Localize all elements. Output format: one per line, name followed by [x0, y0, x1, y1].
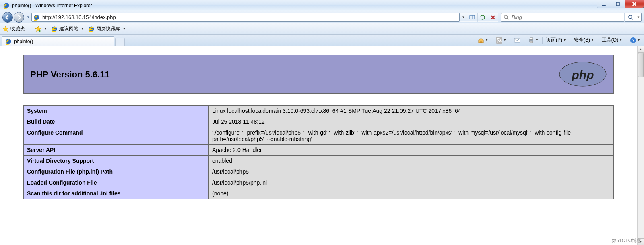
table-row: Scan this dir for additional .ini files(…: [24, 188, 614, 199]
svg-rect-13: [514, 38, 520, 42]
config-key: Build Date: [24, 116, 209, 127]
svg-rect-1: [602, 5, 606, 6]
new-tab-button[interactable]: [115, 38, 125, 46]
print-button[interactable]: ▼: [527, 36, 540, 44]
link-web-slice[interactable]: 网页快讯库 ▼: [87, 25, 128, 33]
link-label: 建议网站: [59, 25, 78, 32]
watermark: @51CTO博客: [611, 237, 642, 244]
svg-text:?: ?: [632, 38, 634, 43]
help-button[interactable]: ?▼: [629, 36, 642, 44]
refresh-button[interactable]: [477, 13, 488, 22]
favorites-star-icon[interactable]: [2, 26, 9, 32]
home-icon: [478, 37, 484, 44]
svg-text:php: php: [572, 68, 594, 81]
back-button[interactable]: [2, 12, 13, 23]
help-icon: ?: [630, 37, 636, 44]
table-row: Build DateJul 25 2018 11:48:12: [24, 116, 614, 127]
window-titlebar: phpinfo() - Windows Internet Explorer: [0, 0, 644, 11]
config-value: Jul 25 2018 11:48:12: [209, 116, 614, 127]
table-row: Configure Command'./configure' '--prefix…: [24, 127, 614, 145]
star-add-icon: [35, 26, 41, 32]
tools-menu[interactable]: 工具(O) ▼: [601, 36, 623, 44]
compat-view-button[interactable]: [467, 13, 477, 22]
config-value: enabled: [209, 156, 614, 166]
separator: [31, 25, 31, 33]
search-box[interactable]: ▼: [501, 13, 642, 22]
ie-icon: [3, 2, 10, 9]
config-key: Virtual Directory Support: [24, 156, 209, 166]
config-key: System: [24, 106, 209, 116]
tab-title: phpinfo(): [14, 39, 33, 44]
table-row: SystemLinux localhost.localdomain 3.10.0…: [24, 106, 614, 116]
rss-icon: [496, 37, 502, 44]
search-provider-dropdown[interactable]: ▼: [636, 15, 641, 19]
favorites-label[interactable]: 收藏夹: [10, 25, 25, 32]
close-button[interactable]: [625, 0, 644, 8]
table-row: Loaded Configuration File/usr/local/php5…: [24, 177, 614, 188]
config-key: Loaded Configuration File: [24, 177, 209, 188]
search-input[interactable]: [511, 14, 624, 21]
config-value: './configure' '--prefix=/usr/local/php5'…: [209, 127, 614, 145]
config-key: Scan this dir for additional .ini files: [24, 188, 209, 199]
home-button[interactable]: ▼: [477, 36, 489, 44]
php-version-title: PHP Version 5.6.11: [30, 69, 110, 80]
add-to-bar-button[interactable]: ▼: [33, 25, 49, 33]
php-logo: php: [559, 61, 607, 87]
url-dropdown[interactable]: ▼: [460, 13, 467, 22]
table-row: Server APIApache 2.0 Handler: [24, 145, 614, 156]
config-key: Configuration File (php.ini) Path: [24, 166, 209, 177]
mail-icon: [514, 37, 520, 44]
stop-button[interactable]: ✕: [488, 13, 498, 22]
tab-active[interactable]: phpinfo(): [2, 36, 114, 46]
safety-menu[interactable]: 安全(S) ▼: [573, 36, 595, 44]
svg-rect-15: [530, 38, 533, 39]
command-bar: ▼ ▼ ▼ 页面(P) ▼ 安全(S) ▼ 工具(O) ▼ ?▼: [477, 36, 642, 44]
svg-point-12: [497, 41, 498, 42]
svg-rect-11: [496, 37, 502, 44]
tab-strip: phpinfo() ▼ ▼ ▼ 页面(P) ▼ 安全(S) ▼ 工具(O) ▼ …: [0, 35, 644, 46]
config-value: /usr/local/php5: [209, 166, 614, 177]
table-row: Virtual Directory Supportenabled: [24, 156, 614, 166]
url-input[interactable]: [41, 13, 459, 21]
tab-icon: [5, 38, 12, 45]
table-row: Configuration File (php.ini) Path/usr/lo…: [24, 166, 614, 177]
config-value: /usr/local/php5/php.ini: [209, 177, 614, 188]
search-button[interactable]: [624, 13, 636, 22]
favorites-bar: 收藏夹 ▼ 建议网站 ▼ 网页快讯库 ▼: [0, 23, 644, 35]
printer-icon: [528, 37, 535, 44]
address-bar[interactable]: [31, 13, 460, 22]
scroll-thumb[interactable]: [638, 53, 644, 77]
scroll-up-button[interactable]: ▲: [638, 46, 644, 53]
svg-rect-16: [530, 41, 533, 43]
page-icon: [33, 14, 40, 21]
config-value: Linux localhost.localdomain 3.10.0-693.e…: [209, 106, 614, 116]
svg-point-5: [504, 15, 508, 18]
vertical-scrollbar[interactable]: ▲ ▼: [637, 46, 644, 245]
minimize-button[interactable]: [597, 0, 611, 8]
address-bar-row: ▼ ▼ ✕ ▼: [0, 11, 644, 23]
svg-rect-2: [616, 2, 619, 6]
config-key: Configure Command: [24, 127, 209, 145]
config-value: (none): [209, 188, 614, 199]
link-label: 网页快讯库: [96, 25, 120, 32]
svg-point-6: [628, 15, 632, 18]
page-content: PHP Version 5.6.11 php SystemLinux local…: [0, 46, 637, 245]
maximize-button[interactable]: [611, 0, 625, 8]
phpinfo-header: PHP Version 5.6.11 php: [23, 55, 614, 94]
config-value: Apache 2.0 Handler: [209, 145, 614, 156]
page-menu[interactable]: 页面(P) ▼: [545, 36, 568, 44]
forward-button[interactable]: [14, 12, 24, 23]
ie-icon: [51, 26, 58, 32]
ie-icon: [88, 26, 95, 32]
feeds-button[interactable]: ▼: [495, 36, 508, 44]
nav-history-dropdown[interactable]: ▼: [27, 15, 30, 19]
search-icon: [504, 15, 509, 20]
phpinfo-table: SystemLinux localhost.localdomain 3.10.0…: [23, 105, 614, 199]
link-suggested-sites[interactable]: 建议网站 ▼: [50, 25, 86, 33]
window-title: phpinfo() - Windows Internet Explorer: [12, 3, 92, 8]
mail-button[interactable]: [513, 36, 522, 44]
config-key: Server API: [24, 145, 209, 156]
